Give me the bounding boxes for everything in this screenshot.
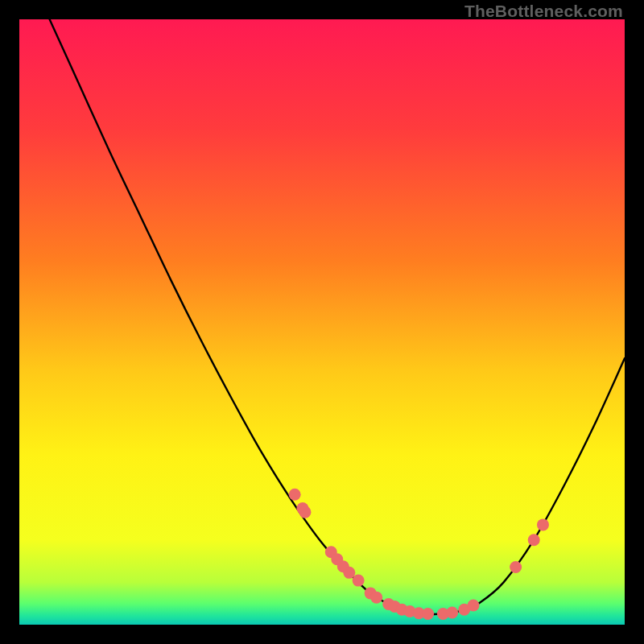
scatter-point bbox=[446, 606, 458, 618]
gradient-background bbox=[19, 19, 625, 625]
scatter-point bbox=[528, 534, 540, 546]
scatter-point bbox=[468, 599, 480, 611]
scatter-point bbox=[353, 575, 365, 587]
scatter-point bbox=[299, 506, 311, 518]
scatter-point bbox=[510, 561, 522, 573]
chart-frame bbox=[19, 19, 625, 625]
scatter-point bbox=[370, 592, 382, 604]
bottleneck-chart bbox=[19, 19, 625, 625]
scatter-point bbox=[343, 567, 355, 579]
watermark-text: TheBottleneck.com bbox=[464, 2, 623, 21]
scatter-point bbox=[422, 608, 434, 620]
scatter-point bbox=[537, 518, 549, 530]
scatter-point bbox=[289, 489, 301, 501]
